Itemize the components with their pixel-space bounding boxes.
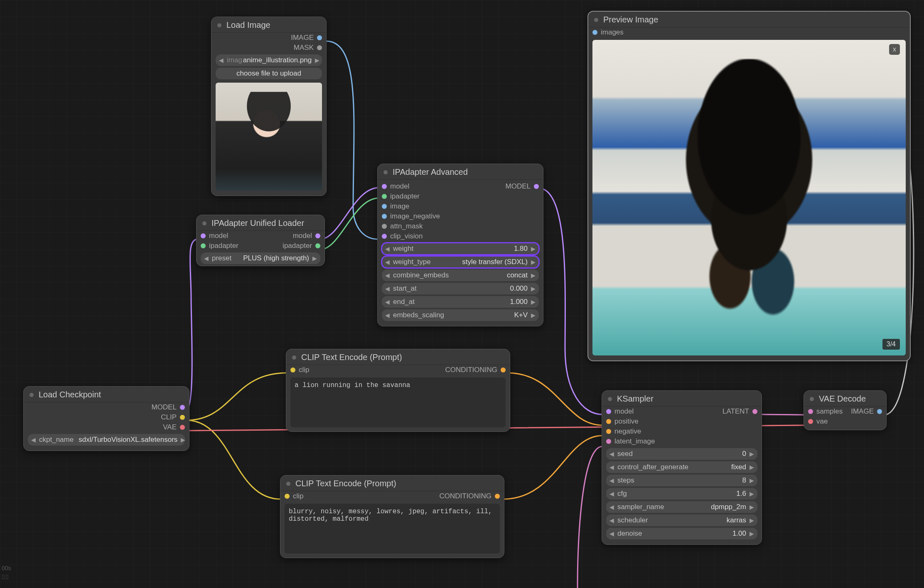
close-button[interactable]: x [889, 44, 900, 55]
node-title[interactable]: Load Image [211, 17, 326, 33]
input-images[interactable]: images [588, 27, 910, 37]
close-icon: x [893, 46, 896, 53]
param-seed[interactable]: ◀seed0▶ [606, 448, 757, 460]
port-samples-image[interactable]: samples IMAGE [804, 407, 886, 416]
prompt-text[interactable]: blurry, noisy, messy, lowres, jpeg, arti… [285, 504, 500, 554]
param-combine-embeds[interactable]: ◀combine_embeds concat▶ [382, 270, 539, 281]
param-sampler-name[interactable]: ◀sampler_namedpmpp_2m▶ [606, 501, 757, 513]
chevron-right-icon[interactable]: ▶ [531, 259, 536, 265]
node-ipadapter-unified-loader[interactable]: IPAdapter Unified Loader model model ipa… [196, 215, 325, 266]
node-title[interactable]: CLIP Text Encode (Prompt) [286, 349, 510, 365]
port-model-latent[interactable]: model LATENT [602, 407, 762, 416]
chevron-left-icon[interactable]: ◀ [385, 259, 390, 265]
title-text: Load Checkpoint [39, 390, 101, 399]
collapse-dot-icon[interactable] [594, 18, 598, 22]
collapse-dot-icon[interactable] [29, 393, 34, 397]
node-title[interactable]: Preview Image [588, 12, 910, 27]
output-vae[interactable]: VAE [24, 422, 189, 432]
prompt-text[interactable]: a lion running in the savanna [290, 377, 506, 427]
collapse-dot-icon[interactable] [292, 355, 296, 360]
title-text: CLIP Text Encode (Prompt) [301, 353, 402, 362]
node-title[interactable]: IPAdapter Unified Loader [197, 215, 324, 231]
collapse-dot-icon[interactable] [202, 221, 206, 225]
node-ksampler[interactable]: KSampler model LATENT positive negative … [602, 390, 762, 545]
title-text: CLIP Text Encode (Prompt) [295, 479, 396, 488]
input-attn-mask[interactable]: attn_mask [378, 221, 543, 231]
ckpt-name-select[interactable]: ◀ ckpt_name sdxl/TurboVisionXL.safetenso… [28, 434, 185, 446]
input-image-thumbnail[interactable] [216, 83, 322, 191]
status-bars: ▯▯ [2, 573, 9, 580]
param-control-after-generate[interactable]: ◀control_after_generatefixed▶ [606, 461, 757, 473]
title-text: Load Image [226, 20, 270, 30]
title-text: KSampler [617, 394, 654, 404]
collapse-dot-icon[interactable] [383, 170, 388, 174]
node-load-image[interactable]: Load Image IMAGE MASK ◀ imag anime_illus… [211, 17, 327, 196]
param-steps[interactable]: ◀steps8▶ [606, 475, 757, 486]
node-title[interactable]: Load Checkpoint [24, 387, 189, 402]
node-ipadapter-advanced[interactable]: IPAdapter Advanced model MODEL ipadapter… [377, 164, 543, 326]
input-image-negative[interactable]: image_negative [378, 211, 543, 221]
chevron-right-icon[interactable]: ▶ [531, 245, 536, 252]
input-vae[interactable]: vae [804, 416, 886, 430]
node-title[interactable]: IPAdapter Advanced [378, 164, 543, 180]
chevron-left-icon[interactable]: ◀ [219, 57, 224, 64]
param-scheduler[interactable]: ◀schedulerkarras▶ [606, 514, 757, 526]
param-denoise[interactable]: ◀denoise1.00▶ [606, 528, 757, 539]
node-clip-text-encode-positive[interactable]: CLIP Text Encode (Prompt) clip CONDITION… [286, 349, 510, 432]
ports[interactable]: clip CONDITIONING [286, 365, 510, 375]
chevron-left-icon[interactable]: ◀ [204, 255, 209, 262]
param-embeds-scaling[interactable]: ◀embeds_scaling K+V▶ [382, 309, 539, 321]
collapse-dot-icon[interactable] [217, 23, 221, 27]
input-positive[interactable]: positive [602, 416, 762, 426]
chevron-left-icon[interactable]: ◀ [385, 245, 390, 252]
title-text: VAE Decode [819, 394, 866, 404]
param-weight-type[interactable]: ◀ weight_type style transfer (SDXL) ▶ [382, 256, 539, 268]
collapse-dot-icon[interactable] [286, 482, 290, 486]
collapse-dot-icon[interactable] [608, 397, 612, 401]
status-time: 00s [2, 565, 11, 571]
input-negative[interactable]: negative [602, 426, 762, 436]
output-clip[interactable]: CLIP [24, 412, 189, 422]
param-start-at[interactable]: ◀start_at 0.000▶ [382, 283, 539, 294]
preview-output-image[interactable]: x 3/4 [592, 40, 906, 355]
node-preview-image[interactable]: Preview Image images x 3/4 [587, 11, 911, 361]
output-mask[interactable]: MASK [211, 43, 326, 53]
node-vae-decode[interactable]: VAE Decode samples IMAGE vae [804, 390, 887, 430]
input-clip-vision[interactable]: clip_vision [378, 231, 543, 241]
upload-button[interactable]: choose file to upload [216, 68, 322, 79]
node-title[interactable]: KSampler [602, 391, 762, 407]
ports[interactable]: clip CONDITIONING [280, 491, 504, 501]
output-model[interactable]: MODEL [24, 402, 189, 412]
input-image[interactable]: image [378, 201, 543, 211]
node-clip-text-encode-negative[interactable]: CLIP Text Encode (Prompt) clip CONDITION… [280, 475, 504, 558]
param-weight[interactable]: ◀ weight 1.80 ▶ [382, 243, 539, 255]
node-title[interactable]: VAE Decode [804, 391, 886, 407]
title-text: IPAdapter Unified Loader [211, 218, 304, 228]
output-image[interactable]: IMAGE [211, 33, 326, 43]
preset-select[interactable]: ◀ preset PLUS (high strength) ▶ [201, 252, 320, 264]
chevron-left-icon[interactable]: ◀ [31, 436, 36, 443]
chevron-right-icon[interactable]: ▶ [181, 436, 185, 443]
title-text: Preview Image [603, 15, 658, 24]
input-ipadapter[interactable]: ipadapter [378, 191, 543, 201]
port-model[interactable]: model MODEL [378, 180, 543, 191]
collapse-dot-icon[interactable] [810, 397, 814, 401]
param-cfg[interactable]: ◀cfg1.6▶ [606, 488, 757, 500]
file-selector[interactable]: ◀ imag anime_illustration.png ▶ [216, 54, 322, 66]
chevron-right-icon[interactable]: ▶ [312, 255, 317, 262]
node-load-checkpoint[interactable]: Load Checkpoint MODEL CLIP VAE ◀ ckpt_na… [23, 386, 189, 451]
port-ipadapter[interactable]: ipadapter ipadapter [197, 241, 324, 251]
title-text: IPAdapter Advanced [393, 167, 468, 177]
input-latent-image[interactable]: latent_image [602, 436, 762, 446]
image-counter: 3/4 [882, 339, 900, 350]
chevron-right-icon[interactable]: ▶ [315, 57, 319, 64]
port-model[interactable]: model model [197, 231, 324, 241]
param-end-at[interactable]: ◀end_at 1.000▶ [382, 296, 539, 308]
node-title[interactable]: CLIP Text Encode (Prompt) [280, 475, 504, 491]
